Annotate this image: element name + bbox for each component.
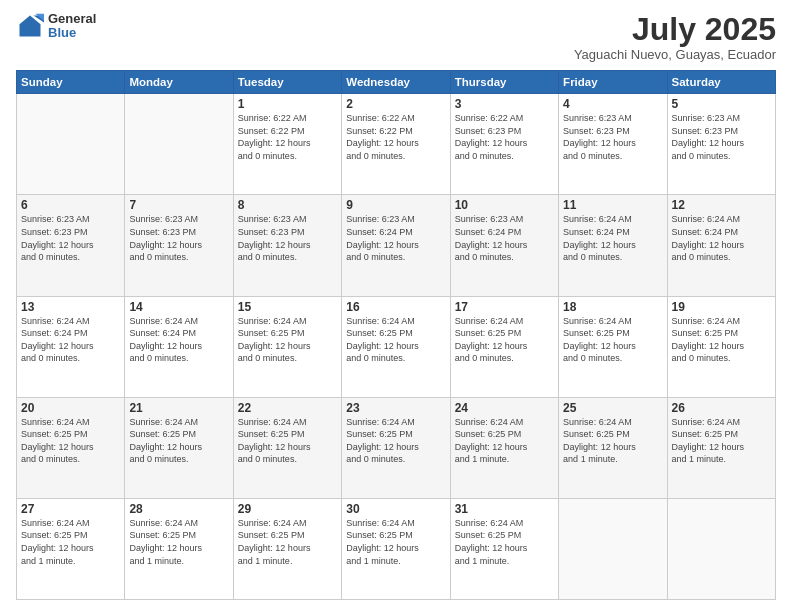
day-info: Sunrise: 6:24 AM Sunset: 6:25 PM Dayligh… bbox=[672, 416, 771, 466]
day-number: 22 bbox=[238, 401, 337, 415]
calendar-cell: 2Sunrise: 6:22 AM Sunset: 6:22 PM Daylig… bbox=[342, 94, 450, 195]
calendar-day-header: Saturday bbox=[667, 71, 775, 94]
calendar-table: SundayMondayTuesdayWednesdayThursdayFrid… bbox=[16, 70, 776, 600]
day-info: Sunrise: 6:24 AM Sunset: 6:25 PM Dayligh… bbox=[129, 416, 228, 466]
day-info: Sunrise: 6:24 AM Sunset: 6:25 PM Dayligh… bbox=[238, 416, 337, 466]
day-info: Sunrise: 6:24 AM Sunset: 6:25 PM Dayligh… bbox=[455, 416, 554, 466]
day-number: 21 bbox=[129, 401, 228, 415]
calendar-cell: 26Sunrise: 6:24 AM Sunset: 6:25 PM Dayli… bbox=[667, 397, 775, 498]
day-number: 27 bbox=[21, 502, 120, 516]
calendar-cell: 17Sunrise: 6:24 AM Sunset: 6:25 PM Dayli… bbox=[450, 296, 558, 397]
day-number: 13 bbox=[21, 300, 120, 314]
logo-text: General Blue bbox=[48, 12, 96, 41]
svg-marker-0 bbox=[20, 16, 41, 37]
day-number: 12 bbox=[672, 198, 771, 212]
calendar-cell: 12Sunrise: 6:24 AM Sunset: 6:24 PM Dayli… bbox=[667, 195, 775, 296]
calendar-cell: 18Sunrise: 6:24 AM Sunset: 6:25 PM Dayli… bbox=[559, 296, 667, 397]
calendar-week-row: 27Sunrise: 6:24 AM Sunset: 6:25 PM Dayli… bbox=[17, 498, 776, 599]
calendar-cell: 3Sunrise: 6:22 AM Sunset: 6:23 PM Daylig… bbox=[450, 94, 558, 195]
day-info: Sunrise: 6:24 AM Sunset: 6:25 PM Dayligh… bbox=[563, 315, 662, 365]
day-number: 23 bbox=[346, 401, 445, 415]
day-info: Sunrise: 6:23 AM Sunset: 6:23 PM Dayligh… bbox=[672, 112, 771, 162]
calendar-day-header: Sunday bbox=[17, 71, 125, 94]
day-number: 19 bbox=[672, 300, 771, 314]
calendar-day-header: Monday bbox=[125, 71, 233, 94]
location: Yaguachi Nuevo, Guayas, Ecuador bbox=[574, 47, 776, 62]
calendar-day-header: Thursday bbox=[450, 71, 558, 94]
day-info: Sunrise: 6:24 AM Sunset: 6:24 PM Dayligh… bbox=[129, 315, 228, 365]
calendar-cell: 30Sunrise: 6:24 AM Sunset: 6:25 PM Dayli… bbox=[342, 498, 450, 599]
day-info: Sunrise: 6:24 AM Sunset: 6:24 PM Dayligh… bbox=[21, 315, 120, 365]
day-number: 18 bbox=[563, 300, 662, 314]
calendar-week-row: 6Sunrise: 6:23 AM Sunset: 6:23 PM Daylig… bbox=[17, 195, 776, 296]
calendar-cell: 24Sunrise: 6:24 AM Sunset: 6:25 PM Dayli… bbox=[450, 397, 558, 498]
day-number: 20 bbox=[21, 401, 120, 415]
calendar-cell: 27Sunrise: 6:24 AM Sunset: 6:25 PM Dayli… bbox=[17, 498, 125, 599]
calendar-cell: 23Sunrise: 6:24 AM Sunset: 6:25 PM Dayli… bbox=[342, 397, 450, 498]
calendar-cell: 29Sunrise: 6:24 AM Sunset: 6:25 PM Dayli… bbox=[233, 498, 341, 599]
day-number: 7 bbox=[129, 198, 228, 212]
calendar-week-row: 13Sunrise: 6:24 AM Sunset: 6:24 PM Dayli… bbox=[17, 296, 776, 397]
day-info: Sunrise: 6:24 AM Sunset: 6:25 PM Dayligh… bbox=[21, 416, 120, 466]
day-info: Sunrise: 6:24 AM Sunset: 6:24 PM Dayligh… bbox=[563, 213, 662, 263]
day-info: Sunrise: 6:23 AM Sunset: 6:24 PM Dayligh… bbox=[455, 213, 554, 263]
calendar-cell: 22Sunrise: 6:24 AM Sunset: 6:25 PM Dayli… bbox=[233, 397, 341, 498]
day-number: 5 bbox=[672, 97, 771, 111]
calendar-cell: 7Sunrise: 6:23 AM Sunset: 6:23 PM Daylig… bbox=[125, 195, 233, 296]
day-info: Sunrise: 6:24 AM Sunset: 6:25 PM Dayligh… bbox=[672, 315, 771, 365]
day-info: Sunrise: 6:23 AM Sunset: 6:24 PM Dayligh… bbox=[346, 213, 445, 263]
calendar-cell: 10Sunrise: 6:23 AM Sunset: 6:24 PM Dayli… bbox=[450, 195, 558, 296]
calendar-cell bbox=[559, 498, 667, 599]
calendar-cell: 13Sunrise: 6:24 AM Sunset: 6:24 PM Dayli… bbox=[17, 296, 125, 397]
day-number: 9 bbox=[346, 198, 445, 212]
day-number: 25 bbox=[563, 401, 662, 415]
day-number: 10 bbox=[455, 198, 554, 212]
day-info: Sunrise: 6:24 AM Sunset: 6:24 PM Dayligh… bbox=[672, 213, 771, 263]
calendar-cell: 25Sunrise: 6:24 AM Sunset: 6:25 PM Dayli… bbox=[559, 397, 667, 498]
calendar-cell: 20Sunrise: 6:24 AM Sunset: 6:25 PM Dayli… bbox=[17, 397, 125, 498]
day-info: Sunrise: 6:24 AM Sunset: 6:25 PM Dayligh… bbox=[455, 517, 554, 567]
day-number: 3 bbox=[455, 97, 554, 111]
day-number: 24 bbox=[455, 401, 554, 415]
day-number: 30 bbox=[346, 502, 445, 516]
day-info: Sunrise: 6:24 AM Sunset: 6:25 PM Dayligh… bbox=[563, 416, 662, 466]
day-number: 31 bbox=[455, 502, 554, 516]
calendar-cell: 15Sunrise: 6:24 AM Sunset: 6:25 PM Dayli… bbox=[233, 296, 341, 397]
day-info: Sunrise: 6:23 AM Sunset: 6:23 PM Dayligh… bbox=[21, 213, 120, 263]
logo-general-text: General bbox=[48, 12, 96, 26]
logo-icon bbox=[16, 12, 44, 40]
calendar-cell: 16Sunrise: 6:24 AM Sunset: 6:25 PM Dayli… bbox=[342, 296, 450, 397]
day-info: Sunrise: 6:24 AM Sunset: 6:25 PM Dayligh… bbox=[129, 517, 228, 567]
day-info: Sunrise: 6:24 AM Sunset: 6:25 PM Dayligh… bbox=[238, 517, 337, 567]
page: General Blue July 2025 Yaguachi Nuevo, G… bbox=[0, 0, 792, 612]
calendar-cell bbox=[125, 94, 233, 195]
day-info: Sunrise: 6:23 AM Sunset: 6:23 PM Dayligh… bbox=[129, 213, 228, 263]
calendar-day-header: Friday bbox=[559, 71, 667, 94]
day-info: Sunrise: 6:24 AM Sunset: 6:25 PM Dayligh… bbox=[346, 517, 445, 567]
header: General Blue July 2025 Yaguachi Nuevo, G… bbox=[16, 12, 776, 62]
calendar-cell: 1Sunrise: 6:22 AM Sunset: 6:22 PM Daylig… bbox=[233, 94, 341, 195]
calendar-cell: 28Sunrise: 6:24 AM Sunset: 6:25 PM Dayli… bbox=[125, 498, 233, 599]
calendar-cell: 31Sunrise: 6:24 AM Sunset: 6:25 PM Dayli… bbox=[450, 498, 558, 599]
day-number: 11 bbox=[563, 198, 662, 212]
logo: General Blue bbox=[16, 12, 96, 41]
day-info: Sunrise: 6:22 AM Sunset: 6:23 PM Dayligh… bbox=[455, 112, 554, 162]
calendar-week-row: 20Sunrise: 6:24 AM Sunset: 6:25 PM Dayli… bbox=[17, 397, 776, 498]
calendar-cell: 19Sunrise: 6:24 AM Sunset: 6:25 PM Dayli… bbox=[667, 296, 775, 397]
calendar-day-header: Wednesday bbox=[342, 71, 450, 94]
day-info: Sunrise: 6:24 AM Sunset: 6:25 PM Dayligh… bbox=[346, 416, 445, 466]
day-info: Sunrise: 6:23 AM Sunset: 6:23 PM Dayligh… bbox=[238, 213, 337, 263]
day-number: 17 bbox=[455, 300, 554, 314]
day-info: Sunrise: 6:22 AM Sunset: 6:22 PM Dayligh… bbox=[238, 112, 337, 162]
day-number: 26 bbox=[672, 401, 771, 415]
day-number: 8 bbox=[238, 198, 337, 212]
calendar-cell: 11Sunrise: 6:24 AM Sunset: 6:24 PM Dayli… bbox=[559, 195, 667, 296]
calendar-cell: 5Sunrise: 6:23 AM Sunset: 6:23 PM Daylig… bbox=[667, 94, 775, 195]
day-number: 15 bbox=[238, 300, 337, 314]
day-info: Sunrise: 6:24 AM Sunset: 6:25 PM Dayligh… bbox=[238, 315, 337, 365]
calendar-cell: 4Sunrise: 6:23 AM Sunset: 6:23 PM Daylig… bbox=[559, 94, 667, 195]
day-number: 28 bbox=[129, 502, 228, 516]
calendar-day-header: Tuesday bbox=[233, 71, 341, 94]
calendar-cell: 21Sunrise: 6:24 AM Sunset: 6:25 PM Dayli… bbox=[125, 397, 233, 498]
calendar-week-row: 1Sunrise: 6:22 AM Sunset: 6:22 PM Daylig… bbox=[17, 94, 776, 195]
